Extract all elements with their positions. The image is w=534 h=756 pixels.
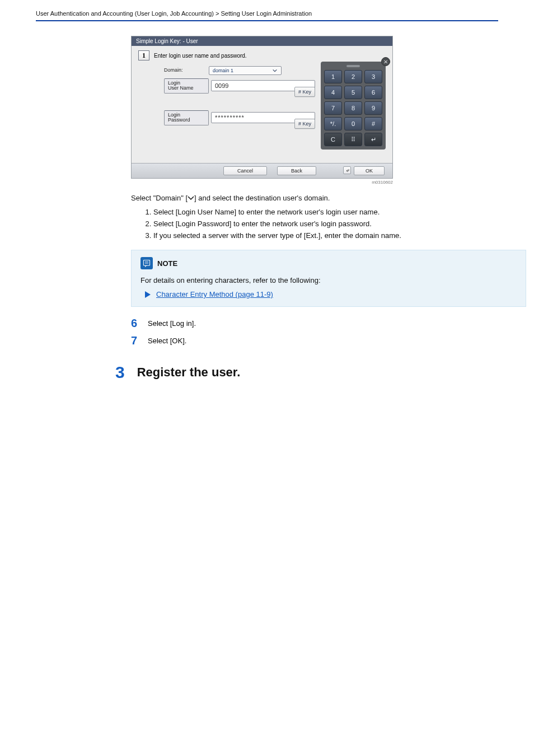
- login-password-label[interactable]: Login Password: [164, 110, 209, 125]
- substep-list: Select [Login User Name] to enter the ne…: [131, 208, 498, 240]
- step-7-text: Select [OK].: [148, 337, 186, 345]
- numkey-9[interactable]: 9: [364, 101, 382, 115]
- numkey-clear[interactable]: C: [324, 133, 342, 146]
- main-step-3: 3 Register the user.: [115, 363, 498, 382]
- domain-label: Domain:: [164, 68, 209, 73]
- numkey-sym[interactable]: */.: [324, 117, 342, 130]
- domain-select[interactable]: domain 1: [209, 66, 282, 75]
- substep-2: Select [Login Password] to enter the net…: [153, 220, 498, 228]
- numkey-8[interactable]: 8: [344, 101, 362, 115]
- login-username-label[interactable]: Login User Name: [164, 78, 209, 94]
- numkey-enter-icon[interactable]: ↵: [364, 133, 382, 146]
- screenshot-titlebar: Simple Login Key: - User: [132, 36, 392, 46]
- numkey-7[interactable]: 7: [324, 101, 342, 115]
- login-screenshot: Simple Login Key: - User 1 Enter login u…: [131, 36, 393, 179]
- step-7-row: 7 Select [OK].: [131, 334, 498, 347]
- numkey-4[interactable]: 4: [324, 86, 342, 99]
- hash-keys-button-2[interactable]: # Key: [294, 119, 315, 129]
- note-block: NOTE For details on entering characters,…: [131, 250, 526, 307]
- numeric-keypad: ✕ 1 2 3 4 5 6 7 8 9 */.: [321, 62, 386, 150]
- cancel-button[interactable]: Cancel: [223, 166, 267, 175]
- step-6-text: Select [Log in].: [148, 319, 196, 328]
- keypad-close-icon[interactable]: ✕: [381, 57, 390, 66]
- substep-1: Select [Login User Name] to enter the ne…: [153, 208, 498, 216]
- substep-3: If you selected a server with the server…: [153, 231, 498, 240]
- main-step-3-text: Register the user.: [137, 365, 241, 380]
- step-6-row: 6 Select [Log in].: [131, 317, 498, 330]
- keypad-drag-handle[interactable]: [346, 65, 360, 67]
- back-button[interactable]: Back: [277, 166, 316, 175]
- header-rule: [36, 20, 498, 21]
- character-entry-link[interactable]: Character Entry Method (page 11-9): [156, 290, 273, 298]
- domain-select-value: domain 1: [213, 68, 233, 73]
- main-step-3-number: 3: [115, 363, 125, 382]
- arrow-right-icon: [145, 291, 151, 298]
- numkey-2[interactable]: 2: [344, 70, 362, 83]
- screenshot-code: m0310602: [131, 180, 393, 185]
- hash-keys-button-1[interactable]: # Key: [294, 87, 315, 97]
- numkey-6[interactable]: 6: [364, 86, 382, 99]
- numkey-1[interactable]: 1: [324, 70, 342, 83]
- numkey-0[interactable]: 0: [344, 117, 362, 130]
- numkey-5[interactable]: 5: [344, 86, 362, 99]
- step-7-number: 7: [131, 334, 141, 347]
- numkey-grid-icon[interactable]: ⠿: [344, 133, 362, 146]
- note-title: NOTE: [157, 259, 177, 268]
- wizard-instruction: Enter login user name and password.: [154, 53, 247, 59]
- ok-button[interactable]: OK: [354, 166, 385, 175]
- numkey-hash[interactable]: #: [364, 117, 382, 130]
- chevron-down-icon: [272, 68, 278, 73]
- domain-select-instruction: Select "Domain" [] and select the destin…: [131, 194, 498, 202]
- numkey-3[interactable]: 3: [364, 70, 382, 83]
- note-icon: [140, 257, 153, 269]
- step-6-number: 6: [131, 317, 141, 330]
- wizard-step-number: 1: [138, 50, 149, 60]
- page-header-left: User Authentication and Accounting (User…: [36, 10, 312, 17]
- note-body-text: For details on entering characters, refe…: [140, 276, 517, 284]
- svg-rect-0: [143, 260, 149, 265]
- enter-icon: [343, 166, 351, 174]
